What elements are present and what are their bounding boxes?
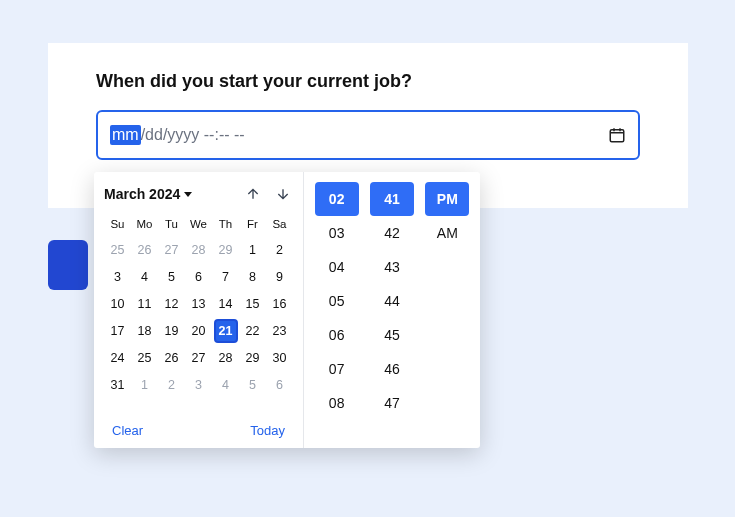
calendar-header: March 2024	[104, 184, 293, 204]
datetime-placeholder: mm/dd/yyyy --:-- --	[110, 125, 245, 145]
day-cell[interactable]: 10	[104, 290, 131, 317]
weekday-label: Mo	[131, 214, 158, 236]
day-cell[interactable]: 30	[266, 344, 293, 371]
calendar-footer: Clear Today	[104, 417, 293, 440]
weekday-label: Tu	[158, 214, 185, 236]
day-cell[interactable]: 1	[131, 371, 158, 398]
submit-button[interactable]	[48, 240, 88, 290]
day-cell[interactable]: 2	[158, 371, 185, 398]
ampm-option[interactable]: AM	[425, 216, 469, 250]
next-month-button[interactable]	[273, 184, 293, 204]
day-cell[interactable]: 14	[212, 290, 239, 317]
day-cell[interactable]: 3	[185, 371, 212, 398]
chevron-down-icon	[184, 192, 192, 197]
minute-option[interactable]: 46	[370, 352, 414, 386]
weekday-label: Th	[212, 214, 239, 236]
question-label: When did you start your current job?	[96, 71, 640, 92]
days-grid: 2526272829123456789101112131415161718192…	[104, 236, 293, 398]
month-nav	[243, 184, 293, 204]
day-cell[interactable]: 19	[158, 317, 185, 344]
hour-option[interactable]: 07	[315, 352, 359, 386]
day-cell[interactable]: 5	[239, 371, 266, 398]
day-cell[interactable]: 27	[185, 344, 212, 371]
day-cell[interactable]: 29	[239, 344, 266, 371]
hour-option[interactable]: 06	[315, 318, 359, 352]
day-cell[interactable]: 12	[158, 290, 185, 317]
ampm-column: PMAM	[423, 182, 472, 438]
day-cell[interactable]: 22	[239, 317, 266, 344]
hour-option[interactable]: 03	[315, 216, 359, 250]
day-cell[interactable]: 6	[266, 371, 293, 398]
day-cell[interactable]: 9	[266, 263, 293, 290]
time-panel: 02030405060708 41424344454647 PMAM	[304, 172, 480, 448]
day-cell[interactable]: 13	[185, 290, 212, 317]
svg-rect-0	[610, 130, 624, 142]
day-cell[interactable]: 11	[131, 290, 158, 317]
day-cell[interactable]: 1	[239, 236, 266, 263]
day-cell[interactable]: 28	[185, 236, 212, 263]
minute-option[interactable]: 47	[370, 386, 414, 420]
day-cell[interactable]: 31	[104, 371, 131, 398]
day-cell[interactable]: 17	[104, 317, 131, 344]
weekday-row: SuMoTuWeThFrSa	[104, 214, 293, 236]
day-cell[interactable]: 15	[239, 290, 266, 317]
ampm-option[interactable]: PM	[425, 182, 469, 216]
day-cell[interactable]: 28	[212, 344, 239, 371]
day-cell[interactable]: 5	[158, 263, 185, 290]
weekday-label: We	[185, 214, 212, 236]
weekday-label: Su	[104, 214, 131, 236]
minute-option[interactable]: 44	[370, 284, 414, 318]
day-cell[interactable]: 4	[131, 263, 158, 290]
day-cell[interactable]: 6	[185, 263, 212, 290]
hour-option[interactable]: 02	[315, 182, 359, 216]
day-cell[interactable]: 24	[104, 344, 131, 371]
clear-button[interactable]: Clear	[112, 423, 143, 438]
day-cell[interactable]: 26	[131, 236, 158, 263]
day-cell[interactable]: 16	[266, 290, 293, 317]
day-cell[interactable]: 29	[212, 236, 239, 263]
month-label: March 2024	[104, 186, 180, 202]
minute-option[interactable]: 41	[370, 182, 414, 216]
day-cell[interactable]: 25	[131, 344, 158, 371]
segment-rest: /dd/yyyy --:-- --	[141, 126, 245, 144]
weekday-label: Sa	[266, 214, 293, 236]
prev-month-button[interactable]	[243, 184, 263, 204]
hour-option[interactable]: 04	[315, 250, 359, 284]
day-cell[interactable]: 4	[212, 371, 239, 398]
day-cell[interactable]: 23	[266, 317, 293, 344]
weekday-label: Fr	[239, 214, 266, 236]
day-cell[interactable]: 25	[104, 236, 131, 263]
hour-option[interactable]: 08	[315, 386, 359, 420]
hour-option[interactable]: 05	[315, 284, 359, 318]
hours-column: 02030405060708	[312, 182, 361, 438]
minute-option[interactable]: 45	[370, 318, 414, 352]
datetime-input[interactable]: mm/dd/yyyy --:-- --	[96, 110, 640, 160]
month-selector[interactable]: March 2024	[104, 186, 192, 202]
segment-month[interactable]: mm	[110, 125, 141, 145]
day-cell[interactable]: 8	[239, 263, 266, 290]
day-cell[interactable]: 26	[158, 344, 185, 371]
today-button[interactable]: Today	[250, 423, 285, 438]
minutes-column: 41424344454647	[367, 182, 416, 438]
calendar-icon[interactable]	[608, 126, 626, 144]
datetime-picker-popover: March 2024 SuMoTuWeThFrSa 25262728291234…	[94, 172, 480, 448]
day-cell[interactable]: 7	[212, 263, 239, 290]
minute-option[interactable]: 42	[370, 216, 414, 250]
day-cell[interactable]: 21	[212, 317, 239, 344]
day-cell[interactable]: 27	[158, 236, 185, 263]
minute-option[interactable]: 43	[370, 250, 414, 284]
day-cell[interactable]: 2	[266, 236, 293, 263]
day-cell[interactable]: 20	[185, 317, 212, 344]
calendar-panel: March 2024 SuMoTuWeThFrSa 25262728291234…	[94, 172, 304, 448]
day-cell[interactable]: 18	[131, 317, 158, 344]
day-cell[interactable]: 3	[104, 263, 131, 290]
